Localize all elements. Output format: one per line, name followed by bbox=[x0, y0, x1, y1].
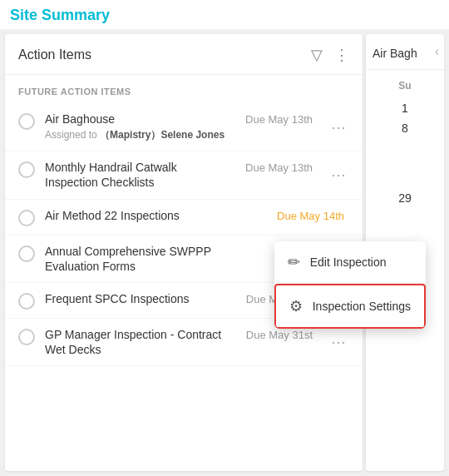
list-item: Air Baghouse Assigned to （Mapistry）Selen… bbox=[5, 103, 363, 151]
context-menu: ✏ Edit Inspection ⚙ Inspection Settings bbox=[274, 241, 426, 329]
item-checkbox-3[interactable] bbox=[18, 245, 35, 262]
item-more-1[interactable]: ⋯ bbox=[328, 166, 349, 184]
right-panel-header: Air Bagh ‹ bbox=[366, 34, 444, 70]
item-content-4: Frequent SPCC Inspections bbox=[45, 291, 233, 306]
item-title-2: Air Method 22 Inspections bbox=[45, 208, 264, 223]
gear-icon: ⚙ bbox=[289, 297, 303, 315]
calendar-date-3: 29 bbox=[369, 188, 441, 208]
item-content-2: Air Method 22 Inspections bbox=[45, 208, 264, 223]
item-checkbox-0[interactable] bbox=[18, 113, 35, 130]
list-item: Air Method 22 Inspections Due May 14th bbox=[5, 200, 363, 236]
item-more-0[interactable]: ⋯ bbox=[328, 118, 349, 136]
calendar-date-2: 8 bbox=[369, 118, 441, 138]
calendar-day-label: Su bbox=[366, 70, 444, 95]
item-due-0: Due May 13th bbox=[243, 113, 313, 126]
item-content-0: Air Baghouse Assigned to （Mapistry）Selen… bbox=[45, 112, 233, 142]
item-more-5[interactable]: ⋯ bbox=[328, 333, 349, 351]
item-title-4: Frequent SPCC Inspections bbox=[45, 291, 233, 306]
item-checkbox-5[interactable] bbox=[18, 329, 35, 345]
item-due-2: Due May 14th bbox=[274, 210, 344, 222]
edit-icon: ✏ bbox=[288, 253, 300, 271]
item-checkbox-2[interactable] bbox=[18, 210, 35, 226]
list-item: Monthly Handrail Catwalk Inspection Chec… bbox=[5, 151, 363, 199]
edit-inspection-label: Edit Inspection bbox=[310, 255, 387, 269]
calendar-dates: 1 8 29 bbox=[366, 95, 444, 211]
panel-header: Action Items ▽ ⋮ bbox=[5, 34, 363, 75]
chevron-left-icon[interactable]: ‹ bbox=[435, 44, 439, 59]
item-title-3: Annual Comprehensive SWPPP Evaluation Fo… bbox=[45, 244, 264, 274]
item-content-1: Monthly Handrail Catwalk Inspection Chec… bbox=[45, 160, 233, 190]
calendar-date-1: 1 bbox=[369, 98, 441, 118]
item-due-5: Due May 31st bbox=[243, 329, 313, 341]
item-checkbox-1[interactable] bbox=[18, 161, 35, 178]
action-items-title: Action Items bbox=[18, 47, 91, 62]
item-title-1: Monthly Handrail Catwalk Inspection Chec… bbox=[45, 160, 233, 190]
page-title: Site Summary bbox=[0, 0, 449, 29]
more-options-icon[interactable]: ⋮ bbox=[334, 46, 349, 64]
inspection-settings-label: Inspection Settings bbox=[313, 300, 411, 313]
item-title-0: Air Baghouse bbox=[45, 112, 233, 126]
edit-inspection-menu-item[interactable]: ✏ Edit Inspection bbox=[274, 241, 426, 284]
item-subtitle-0: Assigned to （Mapistry）Selene Jones bbox=[45, 128, 233, 142]
right-panel-title: Air Bagh bbox=[373, 47, 417, 60]
item-due-1: Due May 13th bbox=[243, 161, 313, 174]
section-label: FUTURE ACTION ITEMS bbox=[5, 75, 363, 103]
item-title-5: GP Manager Inspection - Contract Wet Dec… bbox=[45, 327, 233, 357]
item-checkbox-4[interactable] bbox=[18, 293, 35, 310]
item-content-5: GP Manager Inspection - Contract Wet Dec… bbox=[45, 327, 233, 357]
header-icons: ▽ ⋮ bbox=[311, 46, 349, 64]
inspection-settings-menu-item[interactable]: ⚙ Inspection Settings bbox=[274, 284, 426, 329]
item-content-3: Annual Comprehensive SWPPP Evaluation Fo… bbox=[45, 244, 264, 274]
filter-icon[interactable]: ▽ bbox=[311, 46, 323, 64]
